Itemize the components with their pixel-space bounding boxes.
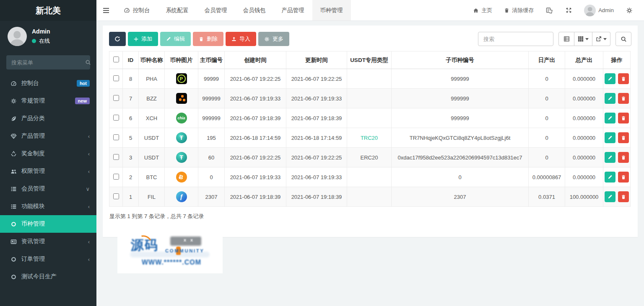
cell-sub-no: 999999: [392, 69, 529, 89]
cell-id: 5: [123, 128, 139, 148]
sidebar-item[interactable]: 常规管理new: [0, 92, 96, 110]
row-edit-button[interactable]: [605, 191, 615, 202]
cell-usdt-type: ERC20: [347, 148, 392, 167]
row-edit-button[interactable]: [605, 172, 615, 183]
cell-created: 2021-06-07 19:22:25: [225, 69, 286, 89]
row-edit-button[interactable]: [605, 113, 615, 123]
nav-tab[interactable]: 会员钱包: [235, 0, 274, 21]
translate-book-icon: [546, 7, 553, 14]
row-edit-button[interactable]: [605, 132, 615, 143]
row-checkbox[interactable]: [113, 75, 119, 81]
more-button[interactable]: 更多: [258, 32, 289, 46]
sidebar-item[interactable]: 控制台hot: [0, 75, 96, 92]
sidebar-item[interactable]: 产品分类: [0, 110, 96, 127]
nav-tab[interactable]: 控制台: [116, 0, 158, 21]
row-checkbox[interactable]: [113, 193, 119, 199]
row-edit-button[interactable]: [605, 73, 615, 84]
row-checkbox[interactable]: [113, 154, 119, 160]
sidebar-item[interactable]: 会员管理∨: [0, 180, 96, 198]
list-icon: [10, 186, 21, 192]
cell-usdt-type: TRC20: [347, 128, 392, 148]
gears-icon: [10, 98, 21, 104]
row-checkbox[interactable]: [113, 95, 119, 101]
cell-actions: [603, 148, 631, 167]
plus-icon: [134, 37, 138, 41]
row-delete-button[interactable]: [618, 132, 629, 143]
cell-id: 7: [123, 89, 139, 108]
watermark-x-marks: xx: [184, 237, 197, 242]
column-header: 币种名称: [139, 51, 165, 69]
column-header: 子币种编号: [392, 51, 529, 69]
cell-created: 2021-06-07 19:22:25: [225, 148, 286, 167]
home-button[interactable]: 主页: [468, 0, 497, 21]
fullscreen-button[interactable]: [560, 0, 577, 21]
sidebar-item[interactable]: 功能模块‹: [0, 198, 96, 215]
cell-sub-no: 2307: [392, 187, 529, 207]
row-checkbox[interactable]: [113, 174, 119, 180]
sidebar-item[interactable]: 币种管理: [0, 215, 96, 233]
top-navbar: 控制台系统配置会员管理会员钱包产品管理币种管理 主页 清除缓存: [96, 0, 644, 21]
cell-total-output: 0.000000: [565, 108, 603, 128]
sidebar-item[interactable]: 权限管理‹: [0, 162, 96, 180]
cell-coin-name: BZZ: [139, 89, 165, 108]
trash-icon: [621, 175, 626, 180]
trash-icon: [621, 76, 626, 82]
admin-menu[interactable]: Admin: [579, 0, 619, 21]
import-button[interactable]: 导入: [226, 32, 256, 46]
detail-view-button[interactable]: [558, 32, 574, 46]
language-button[interactable]: [540, 0, 558, 21]
cell-sub-no: 999999: [392, 108, 529, 128]
search-toggle-button[interactable]: [615, 32, 631, 46]
cell-main-no: 99999: [198, 69, 225, 89]
cell-actions: [603, 89, 631, 108]
table-search-input[interactable]: [478, 32, 553, 46]
row-delete-button[interactable]: [618, 172, 629, 183]
sidebar-item[interactable]: 测试今日生产: [0, 268, 96, 285]
sidebar-item[interactable]: 产品管理‹: [0, 127, 96, 145]
row-edit-button[interactable]: [605, 93, 615, 104]
nav-tabs: 控制台系统配置会员管理会员钱包产品管理币种管理: [116, 0, 351, 21]
export-button[interactable]: [592, 32, 610, 46]
sidebar-item[interactable]: 资讯管理‹: [0, 233, 96, 250]
sidebar-item-label: 控制台: [21, 80, 77, 87]
row-checkbox[interactable]: [113, 134, 119, 140]
cell-updated: 2021-06-07 19:19:33: [286, 89, 347, 108]
nav-tab-label: 会员钱包: [243, 7, 266, 14]
nav-tab[interactable]: 会员管理: [197, 0, 235, 21]
home-label: 主页: [481, 7, 492, 14]
sidebar-search-input[interactable]: [11, 59, 85, 66]
column-header: 更新时间: [286, 51, 347, 69]
nav-tab[interactable]: 产品管理: [274, 0, 312, 21]
select-all-checkbox[interactable]: [113, 57, 119, 62]
add-button[interactable]: 添加: [128, 32, 158, 46]
nav-tab[interactable]: 币种管理: [312, 0, 351, 21]
row-delete-button[interactable]: [618, 93, 629, 104]
sidebar-toggle-button[interactable]: [96, 0, 116, 21]
sidebar-menu: 控制台hot常规管理new产品分类产品管理‹奖金制度‹权限管理‹会员管理∨功能模…: [0, 75, 96, 285]
refresh-button[interactable]: [109, 32, 126, 46]
row-edit-button[interactable]: [605, 152, 615, 163]
row-delete-button[interactable]: [618, 152, 629, 163]
nav-tab[interactable]: 系统配置: [158, 0, 197, 21]
columns-button[interactable]: [574, 32, 592, 46]
row-delete-button[interactable]: [618, 113, 629, 123]
pencil-icon: [608, 194, 613, 199]
sidebar-item[interactable]: 奖金制度‹: [0, 145, 96, 162]
cell-coin-image: [165, 89, 198, 108]
row-delete-button[interactable]: [618, 73, 629, 84]
row-checkbox[interactable]: [113, 115, 119, 121]
cell-coin-image: P: [165, 69, 198, 89]
cell-usdt-type: [347, 89, 392, 108]
gear-icon: [264, 36, 270, 42]
clear-cache-button[interactable]: 清除缓存: [499, 0, 539, 21]
pencil-icon: [608, 155, 613, 160]
settings-button[interactable]: [621, 0, 638, 21]
row-delete-button[interactable]: [618, 191, 629, 202]
edit-button[interactable]: 编辑: [160, 32, 191, 46]
circle-icon: [10, 221, 21, 227]
sidebar-item[interactable]: 订单管理‹: [0, 250, 96, 268]
cell-total-output: 0.000000: [565, 89, 603, 108]
coin-icon-usdt: Ŧ: [176, 132, 187, 143]
nav-tab-label: 产品管理: [282, 7, 304, 14]
delete-button[interactable]: 删除: [193, 32, 223, 46]
